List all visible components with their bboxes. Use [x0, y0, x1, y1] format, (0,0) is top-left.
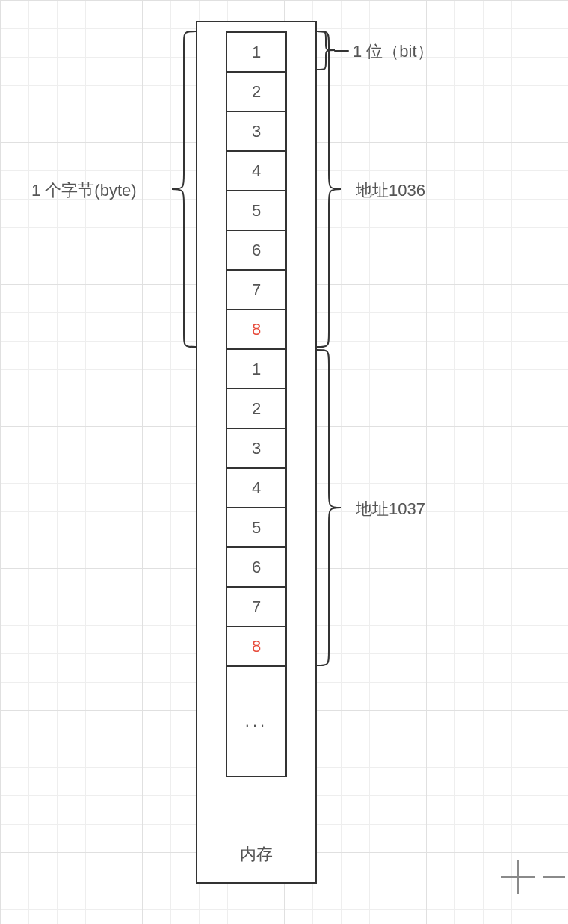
addr2-label: 地址1037	[356, 498, 425, 520]
bit-label: 1 位（bit）	[353, 40, 433, 63]
bit-cell: 8	[226, 626, 287, 667]
bit-cell: 4	[226, 467, 287, 508]
bit-cell: 5	[226, 190, 287, 231]
memory-container: 1 2 3 4 5 6 7 8 1 2 3 4 5 6 7 8 ... 内存	[196, 21, 317, 884]
bit-cell: 2	[226, 71, 287, 112]
cell-stack: 1 2 3 4 5 6 7 8 1 2 3 4 5 6 7 8 ...	[226, 31, 287, 777]
byte-brace-icon	[170, 30, 196, 348]
bit-cell: 1	[226, 348, 287, 389]
addr1-label: 地址1036	[356, 179, 425, 202]
memory-label: 内存	[197, 843, 315, 866]
bit-cell: 3	[226, 428, 287, 469]
bit-cell: 7	[226, 269, 287, 310]
bit-cell: 3	[226, 111, 287, 152]
bit-cell: 1	[226, 31, 287, 73]
diagram: 1 2 3 4 5 6 7 8 1 2 3 4 5 6 7 8 ... 内存 1…	[0, 0, 568, 924]
bit-cell: 8	[226, 309, 287, 350]
addr2-brace-icon	[317, 348, 342, 667]
bit-cell: 2	[226, 388, 287, 429]
plus-minus-icon	[501, 860, 535, 894]
addr1-brace-icon	[317, 30, 342, 348]
bit-cell: 5	[226, 507, 287, 548]
bit-cell: 7	[226, 586, 287, 627]
bit-cell: 4	[226, 150, 287, 191]
bit-cell: 6	[226, 230, 287, 271]
bit-cell: 6	[226, 546, 287, 588]
ellipsis-cell: ...	[226, 665, 287, 777]
byte-label: 1 个字节(byte)	[31, 179, 137, 202]
